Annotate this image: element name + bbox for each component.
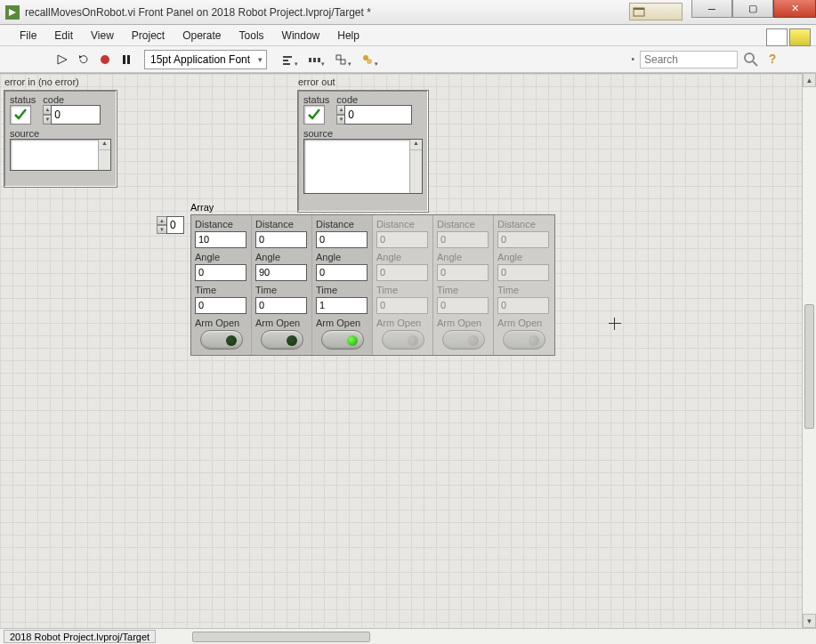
svg-point-18: [745, 53, 754, 62]
svg-rect-12: [313, 58, 316, 62]
font-selector[interactable]: 15pt Application Font: [144, 50, 267, 69]
search-icon[interactable]: [743, 52, 759, 68]
arm-open-button[interactable]: [200, 330, 243, 350]
scroll-thumb-h[interactable]: [192, 632, 370, 642]
menubar: File Edit View Project Operate Tools Win…: [0, 25, 816, 46]
distance-value: 0: [497, 231, 549, 248]
distance-value: 0: [437, 231, 489, 248]
arm-open-button: [442, 330, 485, 350]
error-in-code[interactable]: [51, 105, 101, 125]
array-element-2[interactable]: Distance0Angle0Time1Arm Open: [312, 215, 373, 355]
distance-label: Distance: [195, 219, 247, 229]
svg-rect-10: [283, 63, 290, 65]
angle-label: Angle: [195, 252, 247, 262]
time-value: 0: [376, 297, 428, 314]
pause-button[interactable]: [117, 51, 135, 68]
scroll-thumb[interactable]: [804, 304, 814, 429]
svg-rect-7: [127, 55, 130, 64]
angle-value[interactable]: 0: [195, 264, 246, 281]
time-value[interactable]: 0: [195, 297, 246, 314]
reorder-button[interactable]: [356, 51, 379, 68]
arm-open-label: Arm Open: [255, 318, 308, 328]
close-button[interactable]: ✕: [773, 0, 816, 18]
array-element-0[interactable]: Distance10Angle0Time0Arm Open: [191, 215, 252, 355]
maximize-button[interactable]: ▢: [732, 0, 773, 18]
distance-value[interactable]: 10: [195, 231, 246, 248]
angle-label: Angle: [316, 252, 368, 262]
array-index-control[interactable]: ▲▼ 0: [157, 216, 184, 234]
distance-label: Distance: [255, 219, 308, 229]
distance-value[interactable]: 0: [316, 231, 368, 248]
time-value: 0: [437, 297, 489, 314]
error-in-source[interactable]: ▲: [10, 139, 111, 171]
distance-value: 0: [376, 231, 428, 248]
time-label: Time: [316, 285, 368, 295]
error-out-label: error out: [298, 76, 335, 87]
arm-open-label: Arm Open: [497, 318, 551, 328]
menu-help[interactable]: Help: [328, 29, 368, 42]
array-elements[interactable]: Distance10Angle0Time0Arm OpenDistance0An…: [190, 214, 555, 356]
time-label: Time: [376, 285, 429, 295]
array-element-1[interactable]: Distance0Angle90Time0Arm Open: [252, 215, 312, 355]
cursor-crosshair-icon: [609, 318, 621, 330]
search-indicator-icon: •: [631, 54, 634, 64]
error-out-source[interactable]: ▲: [303, 139, 423, 194]
arm-open-label: Arm Open: [316, 318, 368, 328]
time-value[interactable]: 0: [255, 297, 307, 314]
arm-open-button[interactable]: [321, 330, 364, 350]
svg-marker-3: [58, 55, 67, 64]
error-in-cluster[interactable]: error in (no error) status code ▲▼ sourc…: [4, 90, 117, 188]
distance-value[interactable]: 0: [255, 231, 307, 248]
run-button[interactable]: [53, 51, 71, 68]
error-out-cluster[interactable]: error out status code ▲▼ source: [297, 90, 429, 213]
arm-open-label: Arm Open: [195, 318, 247, 328]
angle-value[interactable]: 0: [316, 264, 368, 281]
svg-line-19: [753, 61, 757, 66]
menu-view[interactable]: View: [82, 29, 123, 42]
menu-operate[interactable]: Operate: [174, 29, 230, 42]
array-element-4: Distance0Angle0Time0Arm Open: [433, 215, 494, 355]
status-bar-path[interactable]: 2018 Robot Project.lvproj/Target: [4, 630, 156, 643]
angle-value[interactable]: 90: [255, 264, 307, 281]
distance-label: Distance: [376, 219, 429, 229]
error-in-status[interactable]: [10, 105, 31, 125]
distribute-objects-button[interactable]: [303, 51, 326, 68]
distance-label: Distance: [316, 219, 368, 229]
menu-edit[interactable]: Edit: [45, 29, 82, 42]
abort-button[interactable]: [96, 51, 114, 68]
front-panel-canvas[interactable]: error in (no error) status code ▲▼ sourc…: [0, 73, 802, 628]
menu-window[interactable]: Window: [273, 29, 329, 42]
status-label-out: status: [303, 94, 329, 105]
source-label-out: source: [298, 128, 428, 139]
time-label: Time: [437, 285, 489, 295]
secondary-window-thumb[interactable]: [629, 3, 683, 20]
icon-connector-pane[interactable]: [766, 28, 811, 46]
run-continuous-button[interactable]: [75, 51, 93, 68]
arm-open-button[interactable]: [261, 330, 303, 350]
svg-rect-11: [309, 58, 311, 62]
time-value[interactable]: 1: [316, 297, 368, 314]
svg-rect-9: [283, 60, 288, 61]
window-title: recallMovesOnRobot.vi Front Panel on 201…: [25, 6, 371, 19]
minimize-button[interactable]: ─: [691, 0, 732, 18]
error-out-code[interactable]: [344, 105, 412, 125]
align-objects-button[interactable]: [276, 51, 299, 68]
context-help-button[interactable]: ?: [764, 52, 780, 68]
menu-tools[interactable]: Tools: [230, 29, 273, 42]
code-label: code: [43, 94, 101, 105]
angle-label: Angle: [497, 252, 551, 262]
angle-value: 0: [437, 264, 489, 281]
angle-label: Angle: [437, 252, 489, 262]
search-input[interactable]: [640, 51, 738, 68]
code-label-out: code: [336, 94, 412, 105]
titlebar: recallMovesOnRobot.vi Front Panel on 201…: [0, 0, 816, 25]
vertical-scrollbar[interactable]: ▲ ▼: [802, 73, 816, 628]
distance-label: Distance: [497, 219, 551, 229]
time-label: Time: [195, 285, 247, 295]
angle-label: Angle: [255, 252, 308, 262]
resize-objects-button[interactable]: [329, 51, 352, 68]
menu-file[interactable]: File: [11, 29, 45, 42]
svg-marker-0: [9, 9, 16, 16]
menu-project[interactable]: Project: [123, 29, 174, 42]
array-index-value[interactable]: 0: [166, 216, 184, 234]
